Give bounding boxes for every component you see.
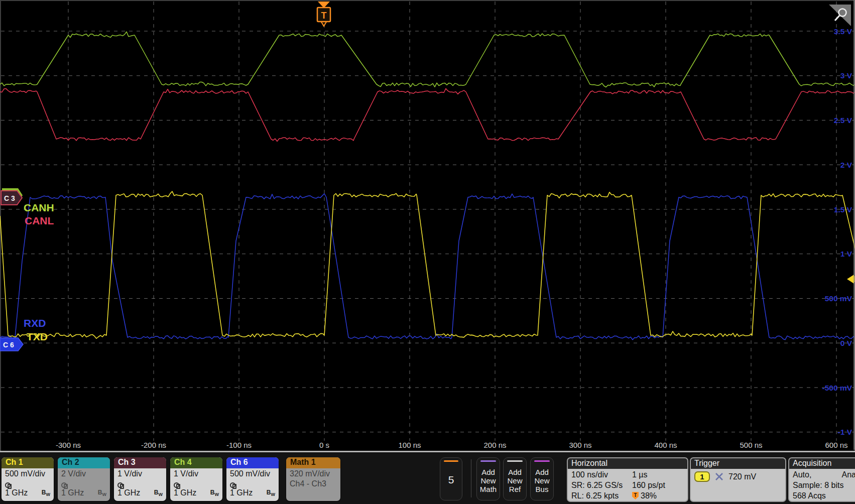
channel2-bandwidth: 1 GHz [61,488,84,498]
probe-icon [61,482,67,488]
channel2-badge[interactable]: Ch 2 2 V/div 1 GHz BW [58,457,110,501]
channel3-marker-label: C 3 [4,194,15,202]
channel4-bandwidth: 1 GHz [174,488,196,498]
add-new-math-label: Add New Math [477,468,500,493]
math1-badge-title: Math 1 [286,457,340,468]
horizontal-resolution: 160 ps/pt [632,480,665,490]
add-math-accent [480,460,496,462]
channel6-scale: 500 mV/div [230,469,275,479]
add-new-bus-button[interactable]: Add New Bus [530,457,554,500]
bandwidth-limit-icon: BW [42,489,50,498]
math1-source: Ch4 - Ch3 [290,479,337,489]
probe-icon [5,482,11,488]
horizontal-scale: 100 ns/div [571,469,632,480]
acquisition-count: 568 Acqs [793,490,855,501]
plot-overlay: T C 3 C 6 CANH CA [0,0,855,451]
acquisition-sample-bits: Sample: 8 bits [793,480,855,490]
channel1-bandwidth: 1 GHz [5,488,28,498]
trigger-level-value: 720 mV [728,472,756,481]
channel3-marker[interactable]: C 3 [1,191,22,205]
math1-scale: 320 mV/div [290,469,337,479]
add-ref-accent [507,460,523,462]
probe-icon [174,482,179,488]
horizontal-record-length: RL: 6.25 kpts [571,490,632,501]
trigger-panel-title: Trigger [691,458,785,469]
horizontal-sample-rate: SR: 6.25 GS/s [571,480,632,490]
channel6-marker-label: C 6 [3,341,14,349]
trigger-flag-label: T [321,11,327,21]
channel3-bandwidth: 1 GHz [117,488,140,498]
canl-trace-label: CANL [25,215,54,226]
channel2-badge-title: Ch 2 [58,457,110,468]
bandwidth-limit-icon: BW [210,489,219,498]
channel4-scale: 1 V/div [174,469,219,479]
horizontal-window: 1 µs [632,469,648,480]
channel6-marker[interactable]: C 6 [0,338,23,351]
bandwidth-limit-icon: BW [154,489,163,498]
five-button[interactable]: 5 [440,457,462,500]
probe-icon [117,482,123,488]
channel3-scale: 1 V/div [117,469,163,479]
trigger-position-icon [632,492,639,499]
five-button-accent [444,460,458,462]
txd-trace-label: TXD [27,331,48,342]
channel1-badge[interactable]: Ch 1 500 mV/div 1 GHz BW [2,457,54,501]
channel1-scale: 500 mV/div [5,469,50,479]
channel2-scale: 2 V/div [61,469,106,479]
canh-trace-label: CANH [24,202,54,213]
math1-badge[interactable]: Math 1 320 mV/div Ch4 - Ch3 [286,457,340,501]
channel4-badge[interactable]: Ch 4 1 V/div 1 GHz BW [170,457,222,501]
channel6-badge[interactable]: Ch 6 500 mV/div 1 GHz BW [226,457,279,501]
bottom-settings-bar: Ch 1 500 mV/div 1 GHz BW Ch 2 2 V/div 1 … [0,451,855,504]
trigger-position-flag[interactable]: T [317,2,330,26]
channel3-badge-title: Ch 3 [114,457,166,468]
horizontal-trigger-position: 38% [641,490,657,501]
bandwidth-limit-icon: BW [267,489,275,498]
horizontal-panel-title: Horizontal [568,458,687,469]
add-new-ref-label: Add New Ref [504,468,526,493]
waveform-display[interactable]: -300 ns-200 ns-100 ns0 s100 ns200 ns300 … [0,0,855,451]
rxd-trace-label: RXD [24,317,46,329]
zoom-corner-icon[interactable] [829,5,851,26]
channel3-badge[interactable]: Ch 3 1 V/div 1 GHz BW [114,457,166,501]
oscilloscope-screen: -300 ns-200 ns-100 ns0 s100 ns200 ns300 … [0,0,855,504]
horizontal-panel[interactable]: Horizontal 100 ns/div 1 µs SR: 6.25 GS/s… [568,458,687,501]
acquisition-panel-title: Acquisition [789,458,855,469]
acquisition-panel[interactable]: Acquisition Auto, Ana Sample: 8 bits 568… [789,458,855,501]
acquisition-mode: Auto, [793,469,811,480]
add-new-ref-button[interactable]: Add New Ref [503,457,527,500]
acquisition-mode2: Ana [842,469,855,480]
probe-icon [230,482,235,488]
channel1-badge-title: Ch 1 [2,457,54,468]
add-bus-accent [534,460,550,462]
trigger-panel[interactable]: Trigger 1 720 mV [691,458,785,501]
add-new-math-button[interactable]: Add New Math [476,457,500,500]
five-button-label: 5 [440,474,462,486]
trigger-source-badge: 1 [694,471,710,482]
channel4-badge-title: Ch 4 [170,457,222,468]
bar-separator [471,459,471,497]
channel6-badge-title: Ch 6 [226,457,279,468]
bandwidth-limit-icon: BW [98,489,106,498]
edge-trigger-icon [714,472,724,481]
add-new-bus-label: Add New Bus [531,468,553,493]
channel6-bandwidth: 1 GHz [230,488,253,498]
